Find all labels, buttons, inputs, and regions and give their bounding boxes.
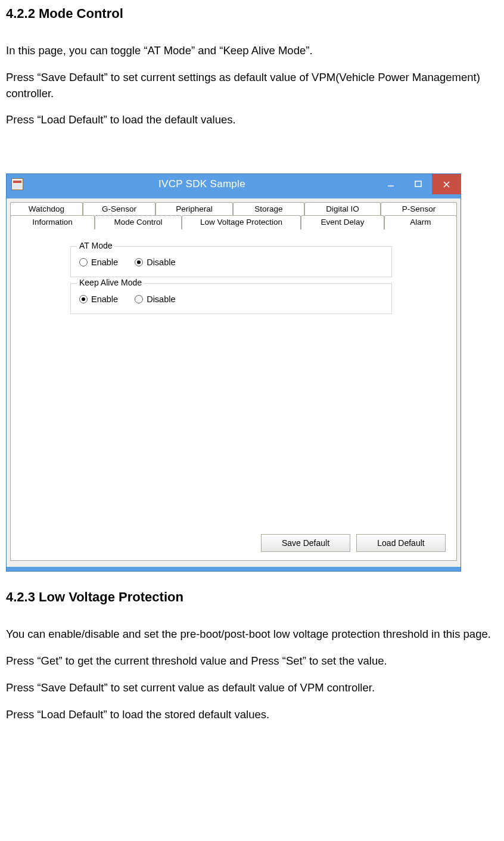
tab-watchdog[interactable]: Watchdog (10, 202, 83, 216)
radio-icon (79, 295, 88, 303)
minimize-icon (387, 181, 394, 188)
radio-label: Enable (91, 257, 118, 267)
paragraph: Press “Get” to get the current threshold… (6, 653, 498, 669)
paragraph: Press “Save Default” to set current valu… (6, 680, 498, 696)
radio-ka-disable[interactable]: Disable (135, 294, 175, 304)
tab-psensor[interactable]: P-Sensor (381, 202, 457, 216)
radio-icon (135, 295, 143, 303)
tab-event-delay[interactable]: Event Delay (301, 215, 384, 229)
tab-alarm[interactable]: Alarm (384, 215, 457, 229)
tab-mode-control[interactable]: Mode Control (95, 215, 182, 229)
window-app-icon (11, 178, 23, 190)
radio-at-disable[interactable]: Disable (135, 257, 175, 267)
paragraph: Press “Load Default” to load the default… (6, 112, 498, 128)
group-at-mode: AT Mode Enable Disable (70, 246, 392, 277)
load-default-button[interactable]: Load Default (356, 534, 446, 552)
tab-gsensor[interactable]: G-Sensor (83, 202, 155, 216)
app-window: IVCP SDK Sample Watchdog G-Sensor Per (6, 173, 498, 572)
tab-digitalio[interactable]: Digital IO (304, 202, 381, 216)
tab-low-voltage-protection[interactable]: Low Voltage Protection (182, 215, 301, 229)
section-heading-mode-control: 4.2.2 Mode Control (6, 6, 498, 21)
close-button[interactable] (432, 174, 461, 194)
minimize-button[interactable] (377, 174, 405, 194)
svg-rect-1 (415, 181, 421, 187)
radio-icon (79, 258, 88, 266)
window-title: IVCP SDK Sample (27, 174, 377, 194)
radio-at-enable[interactable]: Enable (79, 257, 118, 267)
section-heading-low-voltage-protection: 4.2.3 Low Voltage Protection (6, 589, 498, 605)
group-keep-alive-mode: Keep Alive Mode Enable Disable (70, 283, 392, 314)
paragraph: You can enable/disable and set the pre-b… (6, 626, 498, 643)
paragraph: In this page, you can toggle “AT Mode” a… (6, 43, 498, 59)
group-legend: AT Mode (77, 241, 115, 250)
radio-label: Disable (147, 294, 175, 304)
tab-storage[interactable]: Storage (233, 202, 304, 216)
tab-panel-mode-control: AT Mode Enable Disable Keep Alive Mode (10, 229, 457, 561)
paragraph: Press “Save Default” to set current sett… (6, 70, 498, 102)
radio-label: Enable (91, 294, 118, 304)
close-icon (443, 181, 450, 188)
radio-label: Disable (147, 257, 175, 267)
paragraph: Press “Load Default” to load the stored … (6, 707, 498, 723)
save-default-button[interactable]: Save Default (261, 534, 350, 552)
radio-ka-enable[interactable]: Enable (79, 294, 118, 304)
group-legend: Keep Alive Mode (77, 278, 144, 287)
maximize-icon (415, 181, 422, 188)
radio-icon (135, 258, 143, 266)
maximize-button[interactable] (405, 174, 432, 194)
titlebar[interactable]: IVCP SDK Sample (7, 174, 461, 194)
tab-peripheral[interactable]: Peripheral (155, 202, 233, 216)
tab-information[interactable]: Information (10, 215, 95, 229)
